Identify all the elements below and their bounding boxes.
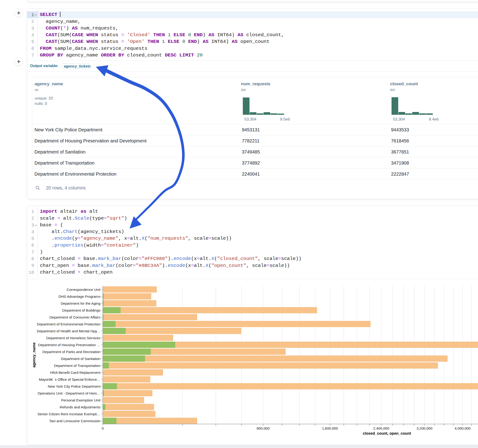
svg-text:Operations Unit - Department o: Operations Unit - Department of Hom… bbox=[38, 391, 100, 395]
svg-text:Department of Buildings: Department of Buildings bbox=[62, 308, 101, 312]
svg-text:Department of Homeless Service: Department of Homeless Services bbox=[46, 336, 100, 340]
svg-text:Department of Housing Preserva: Department of Housing Preservation … bbox=[38, 343, 101, 347]
svg-text:Department of Transportation: Department of Transportation bbox=[54, 364, 101, 367]
svg-text:Department of Consumer Affairs: Department of Consumer Affairs bbox=[49, 315, 100, 319]
svg-text:2,400,000: 2,400,000 bbox=[373, 426, 389, 430]
svg-text:agency_name: agency_name bbox=[32, 342, 36, 367]
svg-text:Mayorâ€ s Office of Special E: Mayorâ€ s Office of Special Enforce… bbox=[39, 378, 101, 381]
svg-text:Refunds and Adjustments: Refunds and Adjustments bbox=[60, 405, 101, 409]
svg-text:1,600,000: 1,600,000 bbox=[322, 426, 338, 430]
svg-text:DHS Advantage Programs: DHS Advantage Programs bbox=[59, 294, 101, 299]
svg-text:Correspondence Unit: Correspondence Unit bbox=[67, 288, 101, 292]
svg-text:Senior Citizen Rent Increase E: Senior Citizen Rent Increase Exempti… bbox=[37, 412, 100, 416]
svg-text:Department of Parks and Recrea: Department of Parks and Recreation bbox=[42, 350, 101, 354]
svg-text:3,200,000: 3,200,000 bbox=[416, 426, 432, 430]
svg-text:Department of Sanitation: Department of Sanitation bbox=[61, 357, 100, 361]
svg-text:800,000: 800,000 bbox=[257, 426, 270, 430]
svg-text:Taxi and Limousine Commission: Taxi and Limousine Commission bbox=[49, 419, 100, 423]
svg-text:HRA Benefit Card Replacement: HRA Benefit Card Replacement bbox=[50, 371, 101, 374]
svg-text:Department for the Aging: Department for the Aging bbox=[61, 301, 100, 305]
svg-text:closed_count, open_count: closed_count, open_count bbox=[363, 431, 411, 435]
svg-text:New York City Police Departmen: New York City Police Department bbox=[48, 384, 101, 388]
svg-text:0: 0 bbox=[102, 426, 104, 430]
svg-text:4,000,000: 4,000,000 bbox=[455, 426, 471, 430]
svg-text:Department of Environmental Pr: Department of Environmental Protection bbox=[37, 322, 101, 326]
svg-text:Department of Health and Menta: Department of Health and Mental Hyg… bbox=[37, 329, 101, 333]
svg-text:Personal Exemption Unit: Personal Exemption Unit bbox=[61, 398, 101, 402]
